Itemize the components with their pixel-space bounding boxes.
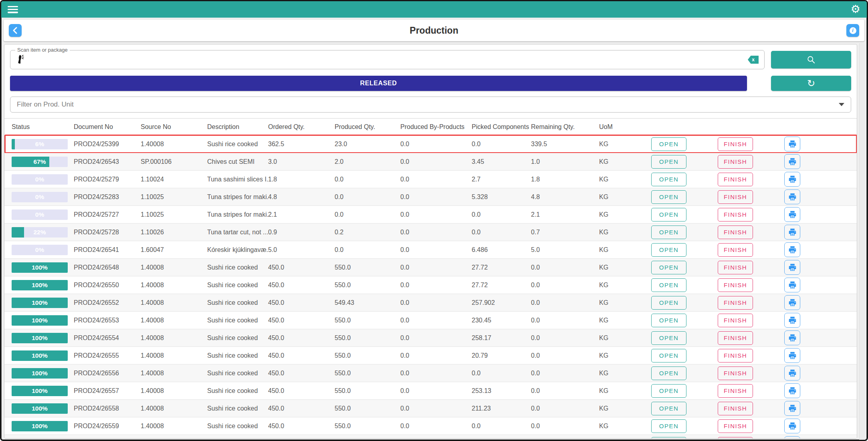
print-button[interactable] xyxy=(784,313,800,328)
finish-button[interactable]: FINISH xyxy=(718,278,753,292)
open-button[interactable]: OPEN xyxy=(651,173,686,186)
table-row[interactable]: 100% PROD24/26556 1.40008 Sushi rice coo… xyxy=(4,364,857,382)
table-row[interactable]: 100% PROD24/26558 1.40008 Sushi rice coo… xyxy=(4,400,857,417)
print-button[interactable] xyxy=(784,295,800,310)
document-no-cell: PROD24/26559 xyxy=(74,423,141,430)
scan-field[interactable]: Scan item or package x xyxy=(10,50,765,69)
open-button[interactable]: OPEN xyxy=(651,349,686,362)
gear-icon[interactable]: ⚙ xyxy=(851,4,860,15)
table-row[interactable]: 100% PROD24/26555 1.40008 Sushi rice coo… xyxy=(4,347,857,364)
print-button[interactable] xyxy=(784,436,800,439)
finish-button[interactable]: FINISH xyxy=(718,173,753,186)
table-row[interactable]: 0% PROD24/26541 1.60047 Kóreskir kjúklin… xyxy=(4,241,857,259)
open-button[interactable]: OPEN xyxy=(651,278,686,292)
open-button[interactable]: OPEN xyxy=(651,314,686,327)
table-row[interactable]: 67% PROD24/26543 SP.000106 Chives cut SE… xyxy=(4,153,857,171)
description-cell: Tuna tartar cut, not ... xyxy=(207,229,268,236)
finish-button[interactable]: FINISH xyxy=(718,190,753,204)
print-button[interactable] xyxy=(784,242,800,257)
finish-button[interactable]: FINISH xyxy=(718,419,753,433)
open-button[interactable]: OPEN xyxy=(651,331,686,345)
open-button[interactable]: OPEN xyxy=(651,243,686,257)
chevron-down-icon xyxy=(839,103,844,106)
open-button[interactable]: OPEN xyxy=(651,419,686,433)
finish-button[interactable]: FINISH xyxy=(718,261,753,274)
refresh-button[interactable]: ↻ xyxy=(771,76,851,91)
source-no-cell: SP.000106 xyxy=(141,158,207,165)
print-button[interactable] xyxy=(784,330,800,345)
ordered-qty-cell: 450.0 xyxy=(268,282,335,289)
back-button[interactable] xyxy=(9,24,22,37)
table-row[interactable]: 0% PROD24/25279 1.10024 Tuna sashimi sli… xyxy=(4,171,857,188)
info-button[interactable]: i xyxy=(846,24,859,37)
print-button[interactable] xyxy=(784,172,800,187)
finish-button[interactable]: FINISH xyxy=(718,226,753,239)
open-button[interactable]: OPEN xyxy=(651,190,686,204)
table-row[interactable]: 100% PROD24/26548 1.40008 Sushi rice coo… xyxy=(4,259,857,276)
finish-button[interactable]: FINISH xyxy=(718,296,753,310)
print-button[interactable] xyxy=(784,189,800,204)
scan-input[interactable] xyxy=(26,50,748,69)
open-button[interactable]: OPEN xyxy=(651,384,686,398)
released-button[interactable]: RELEASED xyxy=(10,76,747,91)
print-button[interactable] xyxy=(784,348,800,363)
table-row[interactable]: 100% PROD24/26557 1.40008 Sushi rice coo… xyxy=(4,382,857,400)
open-button[interactable]: OPEN xyxy=(651,226,686,239)
prod-unit-filter-select[interactable]: Filter on Prod. Unit xyxy=(10,97,851,113)
print-button[interactable] xyxy=(784,260,800,275)
table-row[interactable]: 100% PROD24/26554 1.40008 Sushi rice coo… xyxy=(4,329,857,347)
open-button[interactable]: OPEN xyxy=(651,437,686,439)
open-button[interactable]: OPEN xyxy=(651,366,686,380)
finish-button[interactable]: FINISH xyxy=(718,208,753,222)
source-no-cell: 1.40008 xyxy=(141,405,207,412)
open-button[interactable]: OPEN xyxy=(651,402,686,415)
table-row[interactable]: 6% PROD24/25399 1.40008 Sushi rice cooke… xyxy=(4,135,857,153)
finish-button[interactable]: FINISH xyxy=(718,437,753,439)
table-row[interactable]: 0% PROD24/25283 1.10025 Tuna stripes for… xyxy=(4,188,857,206)
produced-qty-cell: 0.0 xyxy=(335,176,400,183)
print-button[interactable] xyxy=(784,419,800,433)
finish-button[interactable]: FINISH xyxy=(718,331,753,345)
print-button[interactable] xyxy=(784,366,800,381)
finish-button[interactable]: FINISH xyxy=(718,314,753,327)
open-button[interactable]: OPEN xyxy=(651,208,686,222)
finish-button[interactable]: FINISH xyxy=(718,366,753,380)
table-row[interactable]: 0% PROD24/25727 1.10025 Tuna stripes for… xyxy=(4,206,857,224)
table-row[interactable]: 100% PROD24/26553 1.40008 Sushi rice coo… xyxy=(4,312,857,329)
finish-button[interactable]: FINISH xyxy=(718,137,753,151)
print-button[interactable] xyxy=(784,401,800,416)
finish-button[interactable]: FINISH xyxy=(718,402,753,415)
ordered-qty-cell: 450.0 xyxy=(268,299,335,306)
menu-icon[interactable] xyxy=(8,6,18,13)
description-cell: Sushi rice cooked xyxy=(207,423,268,430)
print-button[interactable] xyxy=(784,137,800,151)
clear-input-icon[interactable]: x xyxy=(748,56,759,64)
print-button[interactable] xyxy=(784,207,800,222)
table-row[interactable]: 100% PROD24/26552 1.40008 Sushi rice coo… xyxy=(4,294,857,312)
table-row[interactable]: 100% PROD24/26560 1.40008 Sushi rice coo… xyxy=(4,435,857,439)
print-button[interactable] xyxy=(784,383,800,398)
open-button[interactable]: OPEN xyxy=(651,137,686,151)
open-button[interactable]: OPEN xyxy=(651,261,686,274)
finish-button[interactable]: FINISH xyxy=(718,384,753,398)
print-button[interactable] xyxy=(784,225,800,240)
table-row[interactable]: 100% PROD24/26550 1.40008 Sushi rice coo… xyxy=(4,276,857,294)
status-cell: 100% xyxy=(12,315,74,326)
open-button[interactable]: OPEN xyxy=(651,296,686,310)
uom-cell: KG xyxy=(599,352,651,359)
open-button[interactable]: OPEN xyxy=(651,155,686,169)
table-row[interactable]: 22% PROD24/25728 1.10026 Tuna tartar cut… xyxy=(4,224,857,241)
status-cell: 22% xyxy=(12,227,74,238)
barcode-scanner-icon xyxy=(16,54,26,65)
finish-button[interactable]: FINISH xyxy=(718,155,753,169)
vertical-scrollbar[interactable] xyxy=(859,43,865,440)
column-header: Produced By-Products xyxy=(400,123,472,131)
finish-button[interactable]: FINISH xyxy=(718,243,753,257)
print-button[interactable] xyxy=(784,278,800,292)
search-button[interactable] xyxy=(771,51,851,68)
print-button[interactable] xyxy=(784,154,800,169)
uom-cell: KG xyxy=(599,334,651,342)
finish-button[interactable]: FINISH xyxy=(718,349,753,362)
progress-label: 0% xyxy=(12,192,68,202)
table-row[interactable]: 100% PROD24/26559 1.40008 Sushi rice coo… xyxy=(4,417,857,435)
